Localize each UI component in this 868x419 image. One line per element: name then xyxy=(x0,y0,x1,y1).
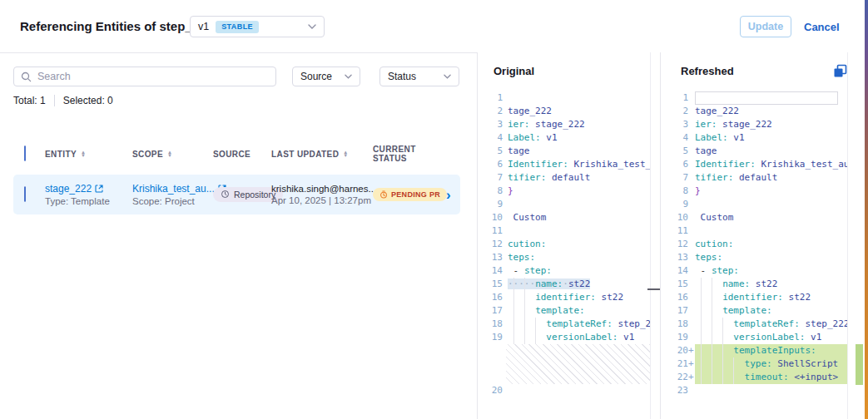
line-content: timeout: <+input> xyxy=(695,371,847,384)
line-number: 21 xyxy=(660,357,688,371)
diff-placeholder-hatch xyxy=(506,344,650,384)
indent-guide xyxy=(701,331,702,344)
code-line-7: 7tifier: default xyxy=(481,171,650,185)
code-line-18: 18 templateRef: step_222 xyxy=(660,318,847,331)
diff-marker xyxy=(688,185,695,198)
status-badge: PENDING PR xyxy=(373,188,447,201)
refreshed-pane-title: Refreshed xyxy=(681,65,734,77)
line-number: 3 xyxy=(660,118,688,131)
code-line-8: 8} xyxy=(660,185,847,198)
indent-guide xyxy=(513,291,514,304)
row-checkbox[interactable] xyxy=(24,186,26,202)
line-content: } xyxy=(695,185,847,198)
line-number: 3 xyxy=(481,118,503,131)
search-input[interactable] xyxy=(37,71,269,82)
line-content: template: xyxy=(695,304,847,318)
code-line-9: 9 xyxy=(481,198,650,211)
line-content: name: st22 xyxy=(695,278,847,291)
table-row[interactable]: stage_222 Type: Template Krishika_test_a… xyxy=(13,175,460,214)
code-line-20: 20+ templateInputs: xyxy=(660,344,847,357)
indent-guide xyxy=(701,344,702,357)
line-content xyxy=(695,384,847,397)
refreshed-pane-edge xyxy=(847,52,848,419)
diff-marker xyxy=(688,238,695,251)
line-number: 12 xyxy=(660,238,688,251)
line-content xyxy=(508,384,650,397)
line-content: tage_222 xyxy=(508,105,650,118)
line-number: 10 xyxy=(660,211,688,224)
sort-icon: ▲▼ xyxy=(81,150,86,157)
version-select[interactable]: v1 STABLE xyxy=(190,16,325,37)
code-line-21: 21+ type: ShellScript xyxy=(660,357,847,371)
refreshed-code-pane[interactable]: 12tage_2223ier: stage_2224Label: v15tage… xyxy=(660,91,847,397)
line-content: ier: stage_222 xyxy=(695,118,847,131)
scope-link[interactable]: Krishika_test_au... xyxy=(132,183,215,195)
scope-cell: Krishika_test_au... Scope: Project xyxy=(132,183,213,206)
chevron-down-icon xyxy=(308,24,316,29)
status-filter-dropdown[interactable]: Status xyxy=(379,67,459,86)
original-pane-title: Original xyxy=(494,65,534,77)
line-content: identifier: st22 xyxy=(695,291,847,304)
modified-segment: ·····name:·st22 xyxy=(508,279,590,289)
indent-guide xyxy=(733,357,734,371)
code-line-23: 23 xyxy=(660,384,847,397)
source-filter-dropdown[interactable]: Source xyxy=(292,67,360,86)
column-header-entity[interactable]: ENTITY ▲▼ xyxy=(45,150,132,159)
diff-marker xyxy=(688,291,695,304)
update-button[interactable]: Update xyxy=(740,16,791,37)
code-line-2: 2tage_222 xyxy=(481,105,650,118)
page-title: Referencing Entities of step_222 xyxy=(20,19,213,33)
diff-marker xyxy=(688,131,695,145)
original-pane-edge xyxy=(650,52,651,419)
column-header-current-status: CURRENT STATUS xyxy=(373,145,444,163)
original-code-pane[interactable]: 12tage_2223ier: stage_2224Label: v15tage… xyxy=(481,91,650,397)
row-expand-chevron-icon[interactable]: › xyxy=(444,188,460,202)
cancel-button[interactable]: Cancel xyxy=(804,16,840,37)
line-number: 13 xyxy=(660,251,688,264)
diff-marker xyxy=(688,211,695,224)
line-content: - step: xyxy=(695,264,847,278)
updated-by: krishika.singh@harnes... xyxy=(271,184,373,194)
entity-link[interactable]: stage_222 xyxy=(45,183,92,195)
line-number: 5 xyxy=(481,145,503,158)
source-cell: Repository xyxy=(213,187,271,203)
indent-guide xyxy=(722,344,723,357)
diff-marker xyxy=(688,91,695,105)
line-content: tage xyxy=(695,145,847,158)
line-content: versionLabel: v1 xyxy=(695,331,847,344)
diff-marker xyxy=(688,145,695,158)
external-link-icon[interactable] xyxy=(95,185,103,193)
diff-marker xyxy=(688,318,695,331)
line-content xyxy=(508,224,650,238)
code-line-15: 15·····name:·st22 xyxy=(481,278,650,291)
code-line-5: 5tage xyxy=(660,145,847,158)
line-content: versionLabel: v1 xyxy=(508,331,650,344)
code-line-19: 19 versionLabel: v1 xyxy=(660,331,847,344)
indent-guide xyxy=(712,304,712,318)
indent-guide xyxy=(524,318,525,331)
select-all-checkbox[interactable] xyxy=(24,145,26,161)
total-count: Total: 1 xyxy=(13,95,46,106)
repository-icon xyxy=(221,190,230,199)
line-content xyxy=(695,198,847,211)
code-line-22: 22+ timeout: <+input> xyxy=(660,371,847,384)
indent-guide xyxy=(722,331,723,344)
search-box[interactable] xyxy=(13,67,276,86)
line-content: type: ShellScript xyxy=(695,357,847,371)
version-label: v1 xyxy=(198,21,209,32)
copy-icon[interactable] xyxy=(833,64,847,78)
line-number: 15 xyxy=(481,278,503,291)
code-line-19: 19 versionLabel: v1 xyxy=(481,331,650,344)
code-line-9: 9 xyxy=(660,198,847,211)
code-line-5: 5tage xyxy=(481,145,650,158)
indent-guide xyxy=(722,357,723,371)
line-number: 20 xyxy=(481,384,503,397)
code-line-10: 10 Custom xyxy=(660,211,847,224)
code-line-17: 17 template: xyxy=(481,304,650,318)
code-line-10: 10 Custom xyxy=(481,211,650,224)
column-header-last-updated[interactable]: LAST UPDATED ▲▼ xyxy=(271,150,373,159)
line-number: 15 xyxy=(660,278,688,291)
indent-guide xyxy=(712,344,712,357)
indent-guide xyxy=(524,291,525,304)
column-header-scope[interactable]: SCOPE ▲▼ xyxy=(132,150,213,159)
